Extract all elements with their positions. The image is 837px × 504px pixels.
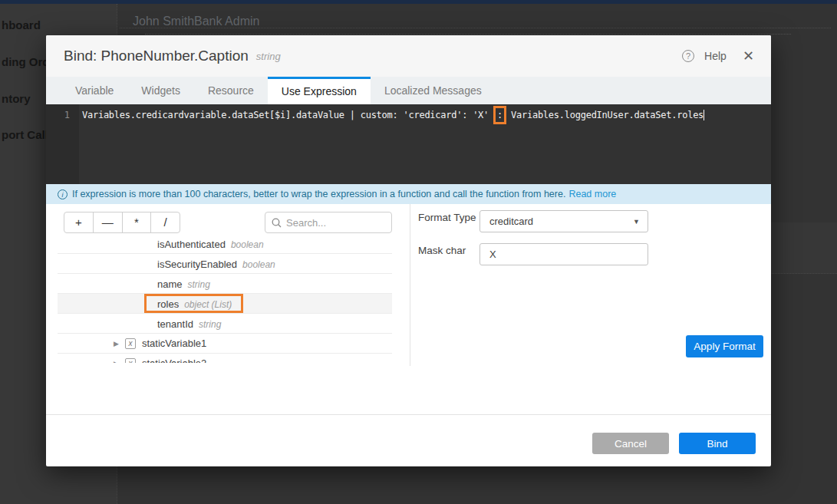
- bind-button[interactable]: Bind: [679, 433, 756, 454]
- info-text: If expression is more than 100 character…: [72, 189, 565, 199]
- format-type-label: Format Type: [418, 212, 476, 223]
- operator-toolbar: + — * /: [64, 212, 180, 233]
- variable-type-icon: x: [125, 338, 136, 349]
- sidebar-item-inventory[interactable]: ntory: [2, 92, 31, 105]
- tab-localized-messages[interactable]: Localized Messages: [371, 77, 496, 104]
- search-icon: [272, 218, 282, 228]
- dialog-footer: Cancel Bind: [46, 414, 771, 466]
- help-label[interactable]: Help: [704, 50, 727, 62]
- expression-editor[interactable]: 1 Variables.credicardvariable.dataSet[$i…: [46, 104, 771, 184]
- tree-row-staticvariable1[interactable]: ▶ x staticVariable1: [58, 334, 392, 354]
- tree-label: isSecurityEnabled: [157, 259, 237, 270]
- tree-label: staticVariable2: [142, 354, 206, 364]
- expression-code-line[interactable]: Variables.credicardvariable.dataSet[$i].…: [82, 110, 766, 120]
- cancel-button[interactable]: Cancel: [592, 433, 669, 454]
- format-type-value: creditcard: [489, 216, 533, 227]
- help-icon[interactable]: ?: [682, 50, 694, 62]
- search-input[interactable]: [286, 217, 385, 229]
- tree-row-name[interactable]: namestring: [58, 274, 392, 294]
- apply-format-button[interactable]: Apply Format: [686, 335, 763, 357]
- multiply-operator-button[interactable]: *: [123, 212, 152, 232]
- sidebar-item-dashboard[interactable]: hboard: [2, 18, 41, 31]
- user-label: John SmithBank Admin: [133, 15, 259, 28]
- text-cursor: [704, 110, 704, 120]
- close-icon[interactable]: ✕: [743, 48, 754, 64]
- bind-dialog: Bind: PhoneNumber.Caption string ? Help …: [46, 35, 771, 466]
- tree-label: roles: [157, 298, 179, 310]
- colon-highlight-box: :: [493, 106, 506, 124]
- tree-row-staticvariable2[interactable]: ▶ x staticVariable2: [58, 354, 392, 363]
- mask-char-label: Mask char: [418, 245, 466, 256]
- tree-label: staticVariable1: [142, 334, 206, 354]
- tree-row-roles[interactable]: rolesobject (List): [58, 294, 392, 314]
- mask-char-input[interactable]: [479, 243, 648, 265]
- screen: hboard ding Order ntory port Calls John …: [0, 0, 837, 504]
- tab-variable[interactable]: Variable: [61, 77, 127, 104]
- tree-label: isAuthenticated: [157, 240, 226, 250]
- variable-type-icon: x: [125, 358, 136, 364]
- tab-use-expression[interactable]: Use Expression: [268, 77, 371, 104]
- read-more-link[interactable]: Read more: [568, 189, 616, 199]
- divide-operator-button[interactable]: /: [151, 212, 180, 232]
- search-box: [265, 212, 392, 233]
- tree-row-tenantid[interactable]: tenantIdstring: [58, 314, 392, 334]
- editor-gutter: 1: [46, 104, 79, 184]
- chevron-down-icon: ▼: [633, 218, 640, 226]
- tree-label: name: [157, 278, 183, 290]
- expand-arrow-icon[interactable]: ▶: [114, 354, 119, 364]
- tree-type: boolean: [231, 240, 264, 250]
- expand-arrow-icon[interactable]: ▶: [114, 334, 119, 354]
- tree-label: tenantId: [157, 318, 193, 330]
- code-after: Variables.loggedInUser.dataSet.roles: [506, 110, 704, 120]
- line-number: 1: [64, 110, 70, 120]
- tree-type: object (List): [184, 299, 232, 310]
- tree-row-issecurityenabled[interactable]: isSecurityEnabledboolean: [58, 254, 392, 274]
- dialog-subtitle: string: [256, 51, 281, 62]
- variable-tree: isAuthenticatedboolean isSecurityEnabled…: [58, 240, 392, 363]
- plus-operator-button[interactable]: +: [64, 212, 94, 232]
- minus-operator-button[interactable]: —: [94, 212, 123, 232]
- dialog-tabs: Variable Widgets Resource Use Expression…: [46, 77, 771, 104]
- tab-widgets[interactable]: Widgets: [127, 77, 194, 104]
- content-dashed-border: [120, 28, 831, 28]
- tree-row-isauthenticated[interactable]: isAuthenticatedboolean: [58, 240, 392, 254]
- dialog-header: Bind: PhoneNumber.Caption string ? Help …: [46, 35, 771, 77]
- tab-resource[interactable]: Resource: [194, 77, 268, 104]
- tree-type: string: [199, 319, 221, 330]
- info-icon: i: [58, 189, 68, 199]
- code-before: Variables.credicardvariable.dataSet[$i].…: [82, 110, 494, 120]
- dialog-title: Bind: PhoneNumber.Caption: [64, 48, 249, 64]
- panel-divider: [410, 204, 410, 366]
- format-type-select[interactable]: creditcard ▼: [479, 210, 648, 232]
- tree-type: boolean: [242, 259, 275, 270]
- tree-type: string: [188, 279, 210, 290]
- content-inner-dashed-border: [145, 34, 791, 35]
- info-banner: i If expression is more than 100 charact…: [46, 184, 771, 204]
